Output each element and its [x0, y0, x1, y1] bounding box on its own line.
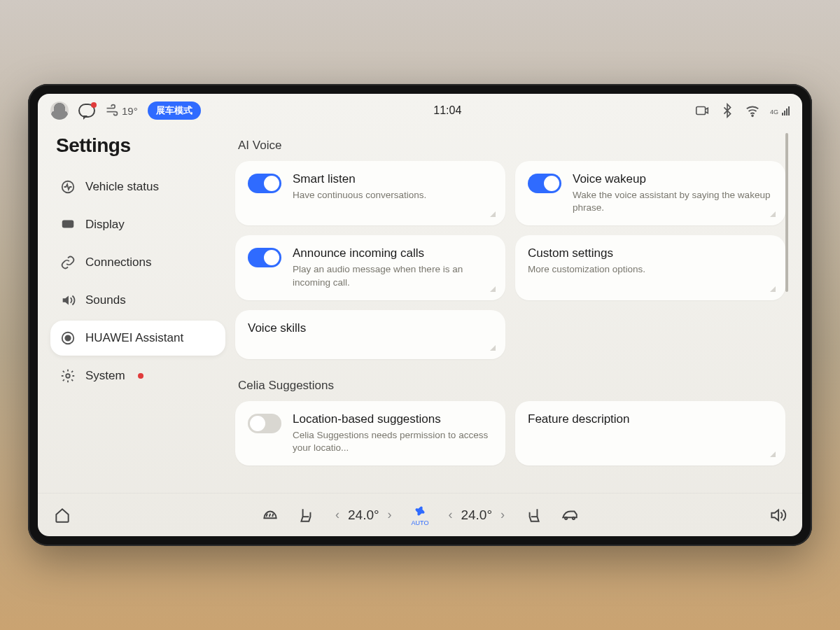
tablet-frame: 19° 展车模式 11:04 4G [28, 84, 812, 546]
card-desc: Celia Suggestions needs permission to ac… [293, 429, 493, 454]
card-voice-wakeup[interactable]: Voice wakeup Wake the voice assistant by… [515, 161, 785, 225]
card-title: Voice wakeup [573, 172, 773, 186]
volume-button[interactable] [769, 506, 787, 524]
notification-dot-icon [91, 102, 97, 108]
toggle-announce-calls[interactable] [248, 248, 281, 267]
sidebar-item-label: Connections [85, 255, 152, 270]
weather-temperature: 19° [122, 105, 138, 117]
wind-icon [105, 104, 119, 118]
link-icon [60, 255, 76, 270]
sidebar-item-system[interactable]: System [50, 358, 225, 393]
network-label: 4G [770, 108, 778, 115]
signal-bars-icon [782, 106, 790, 115]
card-title: Feature description [528, 412, 773, 426]
temp-left-up[interactable]: › [386, 507, 393, 522]
card-title: Voice skills [248, 321, 493, 335]
celia-cards: Location-based suggestions Celia Suggest… [235, 401, 785, 465]
status-bar: 19° 展车模式 11:04 4G [38, 94, 802, 127]
profile-avatar[interactable] [50, 102, 69, 120]
wifi-icon[interactable] [745, 103, 760, 118]
fan-icon [412, 503, 428, 519]
card-desc: Play an audio message when there is an i… [293, 263, 493, 288]
update-dot-icon [138, 373, 144, 379]
fan-auto-button[interactable]: AUTO [412, 503, 429, 526]
dashcam-icon[interactable] [694, 103, 710, 118]
sidebar-item-label: Display [85, 218, 125, 232]
seat-right-button[interactable] [524, 506, 542, 524]
seat-left-button[interactable] [298, 506, 316, 524]
gear-icon [60, 368, 76, 384]
card-desc: Have continuous conversations. [293, 189, 493, 202]
card-desc: More customization options. [528, 263, 773, 276]
sidebar-item-label: System [85, 369, 125, 383]
sidebar-item-sounds[interactable]: Sounds [50, 283, 225, 318]
card-custom-settings[interactable]: Custom settings More customization optio… [515, 235, 785, 300]
card-title: Custom settings [528, 246, 773, 260]
temp-left-value: 24.0° [348, 507, 379, 523]
card-desc: Wake the voice assistant by saying the w… [573, 189, 773, 214]
scrollbar[interactable] [785, 133, 788, 451]
content-pane: AI Voice Smart listen Have continuous co… [231, 127, 790, 493]
svg-point-1 [752, 115, 753, 116]
climate-right: ‹ 24.0° › [447, 507, 506, 523]
svg-point-7 [565, 517, 567, 519]
ai-voice-cards: Smart listen Have continuous conversatio… [235, 161, 785, 359]
svg-point-8 [573, 517, 575, 519]
home-button[interactable] [53, 506, 71, 524]
mode-pill[interactable]: 展车模式 [148, 102, 201, 120]
assistant-icon [60, 330, 76, 346]
card-title: Location-based suggestions [293, 412, 493, 426]
settings-sidebar: Settings Vehicle status Display Connecti… [50, 127, 225, 493]
screen: 19° 展车模式 11:04 4G [38, 94, 802, 536]
svg-point-5 [65, 335, 70, 340]
temp-right-up[interactable]: › [499, 507, 506, 522]
svg-rect-3 [62, 220, 74, 228]
bluetooth-icon[interactable] [720, 103, 735, 118]
card-smart-listen[interactable]: Smart listen Have continuous conversatio… [235, 161, 505, 225]
toggle-location-suggestions[interactable] [248, 414, 281, 433]
sidebar-item-label: HUAWEI Assistant [85, 331, 183, 345]
temp-right-value: 24.0° [461, 507, 492, 523]
cellular-indicator: 4G [770, 106, 790, 115]
card-location-suggestions[interactable]: Location-based suggestions Celia Suggest… [235, 401, 505, 465]
card-feature-description[interactable]: Feature description [515, 401, 785, 465]
heartbeat-icon [60, 179, 76, 195]
card-announce-calls[interactable]: Announce incoming calls Play an audio me… [235, 235, 505, 300]
air-circulation-button[interactable] [561, 506, 579, 524]
speaker-icon [60, 293, 76, 308]
bottom-dock: ‹ 24.0° › AUTO ‹ 24.0° › [38, 493, 802, 536]
toggle-voice-wakeup[interactable] [528, 174, 561, 193]
card-title: Announce incoming calls [293, 246, 493, 260]
sidebar-item-vehicle-status[interactable]: Vehicle status [50, 169, 225, 204]
messages-icon[interactable] [78, 104, 95, 118]
temp-left-down[interactable]: ‹ [334, 507, 341, 522]
svg-rect-0 [696, 107, 706, 115]
main-area: Settings Vehicle status Display Connecti… [38, 127, 802, 493]
svg-point-6 [66, 374, 70, 378]
climate-left: ‹ 24.0° › [334, 507, 393, 523]
card-voice-skills[interactable]: Voice skills [235, 310, 505, 359]
sidebar-item-label: Sounds [85, 293, 126, 307]
defrost-front-button[interactable] [261, 506, 279, 524]
sidebar-item-connections[interactable]: Connections [50, 245, 225, 280]
temp-right-down[interactable]: ‹ [447, 507, 454, 522]
sidebar-item-display[interactable]: Display [50, 207, 225, 242]
clock: 11:04 [211, 104, 685, 117]
display-icon [60, 217, 76, 232]
sidebar-item-huawei-assistant[interactable]: HUAWEI Assistant [50, 321, 225, 356]
nav-list: Vehicle status Display Connections Sound… [50, 169, 225, 393]
sidebar-item-label: Vehicle status [85, 180, 159, 194]
toggle-smart-listen[interactable] [248, 174, 281, 193]
section-title-celia: Celia Suggestions [238, 379, 783, 393]
weather-widget[interactable]: 19° [105, 104, 138, 118]
section-title-ai-voice: AI Voice [238, 139, 783, 153]
page-title: Settings [56, 134, 225, 157]
fan-label: AUTO [412, 519, 429, 526]
card-title: Smart listen [293, 172, 493, 186]
